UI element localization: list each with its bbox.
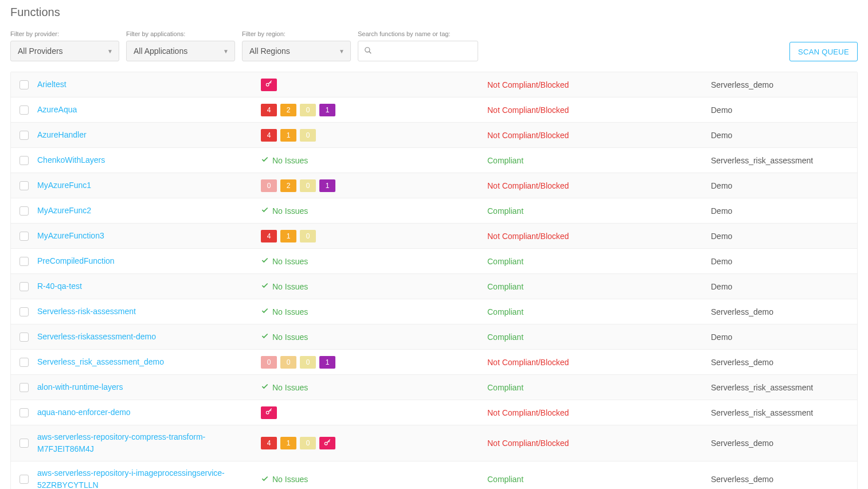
check-icon [261,206,269,216]
row-checkbox[interactable] [19,307,29,316]
cell-application: Demo [711,282,857,291]
table-row: Serverless-riskassessment-demoNo IssuesC… [11,324,857,350]
cell-status: Not Compliant/Blocked [487,232,711,241]
cell-name: AzureAqua [37,104,261,116]
filter-provider-select[interactable]: All Providers ▼ [10,41,119,61]
filter-apps-label: Filter by applications: [126,30,235,37]
row-checkbox[interactable] [19,156,29,165]
severity-badge: 1 [319,356,335,369]
row-checkbox[interactable] [19,358,29,367]
cell-risk: No Issues [261,256,487,266]
function-link[interactable]: R-40-qa-test [37,281,82,291]
row-checkbox[interactable] [19,232,29,241]
function-link[interactable]: AzureAqua [37,105,77,114]
cell-checkbox [11,232,37,241]
no-issues-indicator: No Issues [261,281,308,291]
row-checkbox[interactable] [19,383,29,392]
function-link[interactable]: MyAzureFunc1 [37,181,91,190]
severity-badge: 0 [300,129,316,142]
cell-name: ChenkoWithLayers [37,154,261,166]
function-link[interactable]: Serverless_risk_assessment_demo [37,357,164,366]
function-link[interactable]: aws-serverless-repository-i-imageprocess… [37,468,225,489]
cell-status: Compliant [487,257,711,266]
severity-badge: 4 [261,104,277,116]
cell-checkbox [11,282,37,291]
row-checkbox[interactable] [19,408,29,417]
scan-queue-button[interactable]: SCAN QUEUE [789,42,858,61]
filter-region-select[interactable]: All Regions ▼ [242,41,351,61]
filter-provider-group: Filter by provider: All Providers ▼ [10,30,119,61]
row-checkbox[interactable] [19,181,29,190]
row-checkbox[interactable] [19,475,29,484]
function-link[interactable]: Serverless-risk-assessment [37,307,136,316]
svg-point-3 [266,411,269,414]
severity-badge: 4 [261,437,277,449]
no-issues-label: No Issues [272,475,308,484]
cell-application: Demo [711,181,857,190]
severity-badge: 0 [300,179,316,192]
cell-application: Serverless_demo [711,358,857,367]
no-issues-indicator: No Issues [261,206,308,216]
row-checkbox[interactable] [19,105,29,115]
cell-application: Serverless_demo [711,80,857,89]
table-row: ChenkoWithLayersNo IssuesCompliantServer… [11,148,857,173]
row-checkbox[interactable] [19,439,29,448]
row-checkbox[interactable] [19,332,29,342]
row-checkbox[interactable] [19,131,29,140]
function-link[interactable]: ChenkoWithLayers [37,155,105,165]
cell-application: Demo [711,131,857,140]
cell-checkbox [11,358,37,367]
no-issues-label: No Issues [272,257,308,266]
severity-badge: 0 [300,437,316,449]
severity-badge: 0 [300,356,316,369]
function-link[interactable]: AzureHandler [37,130,87,139]
severity-badge: 0 [300,104,316,116]
cell-status: Compliant [487,206,711,216]
cell-status: Compliant [487,475,711,484]
severity-badge: 0 [261,356,277,369]
cell-name: aws-serverless-repository-compress-trans… [37,431,261,455]
row-checkbox[interactable] [19,80,29,89]
search-wrap [358,41,478,61]
cell-status: Not Compliant/Blocked [487,181,711,190]
cell-risk: No Issues [261,281,487,291]
chevron-down-icon: ▼ [339,48,345,54]
no-issues-indicator: No Issues [261,382,308,392]
cell-application: Demo [711,232,857,241]
table-row: R-40-qa-testNo IssuesCompliantDemo [11,274,857,299]
search-input[interactable] [376,46,476,56]
table-row: ArieltestNot Compliant/BlockedServerless… [11,72,857,97]
cell-status: Compliant [487,282,711,291]
function-link[interactable]: alon-with-runtime-layers [37,382,123,392]
chevron-down-icon: ▼ [223,48,229,54]
chevron-down-icon: ▼ [107,48,113,54]
no-issues-label: No Issues [272,383,308,392]
filter-apps-select[interactable]: All Applications ▼ [126,41,235,61]
svg-point-0 [365,47,370,52]
function-link[interactable]: MyAzureFunc2 [37,206,91,215]
no-issues-label: No Issues [272,307,308,316]
row-checkbox[interactable] [19,282,29,291]
key-icon [265,80,273,89]
filter-search-group: Search functions by name or tag: [358,30,478,61]
cell-risk: No Issues [261,155,487,165]
function-link[interactable]: aws-serverless-repository-compress-trans… [37,432,205,453]
row-checkbox[interactable] [19,257,29,266]
cell-name: aqua-nano-enforcer-demo [37,406,261,418]
function-link[interactable]: PreCompiledFunction [37,256,115,265]
row-checkbox[interactable] [19,206,29,216]
function-link[interactable]: MyAzureFunction3 [37,231,104,240]
function-link[interactable]: aqua-nano-enforcer-demo [37,408,131,417]
severity-badge: 2 [280,179,296,192]
cell-application: Serverless_risk_assessment [711,408,857,417]
cell-status: Not Compliant/Blocked [487,358,711,367]
severity-badge: 1 [280,437,296,449]
check-icon [261,256,269,266]
cell-status: Compliant [487,332,711,342]
cell-risk: 410 [261,129,487,142]
check-icon [261,382,269,392]
function-link[interactable]: Arieltest [37,80,67,89]
table-row: aws-serverless-repository-compress-trans… [11,425,857,461]
function-link[interactable]: Serverless-riskassessment-demo [37,332,156,341]
check-icon [261,307,269,316]
